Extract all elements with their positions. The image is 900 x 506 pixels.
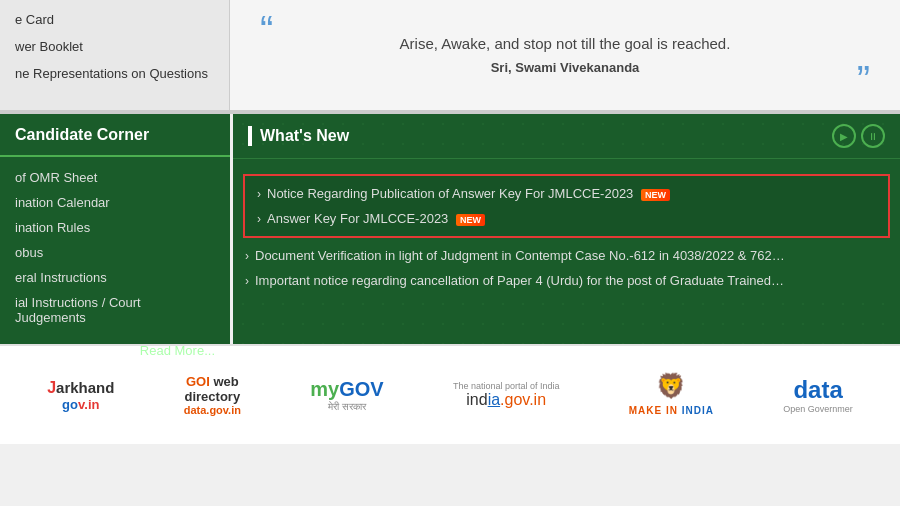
chevron-icon-1: › [257, 212, 261, 226]
candidate-corner-panel: Candidate Corner of OMR Sheet ination Ca… [0, 114, 230, 344]
play-button[interactable]: ▶ [832, 124, 856, 148]
chevron-icon-2: › [245, 249, 249, 263]
data-sub: Open Governmer [783, 404, 853, 414]
jharkhand-line1: Jarkhand [47, 379, 114, 397]
quote-text: Arise, Awake, and stop not till the goal… [400, 35, 731, 52]
data-main: data [793, 376, 842, 404]
sidebar-item-representations[interactable]: ne Representations on Questions [15, 64, 214, 83]
quote-close-icon: ” [857, 60, 870, 100]
cc-item-omr[interactable]: of OMR Sheet [0, 165, 230, 190]
goi-directory: directory [185, 389, 241, 404]
cc-item-exam-calendar[interactable]: ination Calendar [0, 190, 230, 215]
new-badge-0: NEW [641, 189, 670, 201]
mygov-main: myGOV [310, 378, 383, 401]
highlighted-news-box: › Notice Regarding Publication of Answer… [243, 174, 890, 238]
sidebar-item-answer-booklet[interactable]: wer Booklet [15, 37, 214, 56]
lion-icon: 🦁 [656, 372, 686, 400]
news-item-text-2: Document Verification in light of Judgme… [255, 248, 785, 263]
logo-jharkhand[interactable]: Jarkhand gov.in [47, 379, 114, 412]
cc-item-syllabus[interactable]: obus [0, 240, 230, 265]
title-bar-decoration [248, 126, 252, 146]
candidate-corner-items: of OMR Sheet ination Calendar ination Ru… [0, 157, 230, 338]
cc-item-exam-rules[interactable]: ination Rules [0, 215, 230, 240]
india-national: The national portal of India [453, 381, 560, 391]
news-item-1[interactable]: › Answer Key For JMLCCE-2023 NEW [245, 206, 888, 231]
news-item-2[interactable]: › Document Verification in light of Judg… [233, 243, 900, 268]
sidebar-top: e Card wer Booklet ne Representations on… [0, 0, 230, 110]
cc-read-more-link[interactable]: Read More... [0, 338, 230, 363]
cc-item-court-judgements[interactable]: ial Instructions / Court Judgements [0, 290, 230, 330]
chevron-icon-3: › [245, 274, 249, 288]
news-item-text-3: Important notice regarding cancellation … [255, 273, 785, 288]
sidebar-item-ecard[interactable]: e Card [15, 10, 214, 29]
news-item-0[interactable]: › Notice Regarding Publication of Answer… [245, 181, 888, 206]
chevron-icon-0: › [257, 187, 261, 201]
india-main: india.gov.in [466, 391, 546, 409]
news-item-3[interactable]: › Important notice regarding cancellatio… [233, 268, 900, 293]
candidate-corner-header: Candidate Corner [0, 114, 230, 157]
mygov-sub: मेरी सरकार [328, 401, 366, 413]
news-item-text-1: Answer Key For JMLCCE-2023 NEW [267, 211, 876, 226]
logo-india[interactable]: The national portal of India india.gov.i… [453, 381, 560, 409]
whats-new-label: What's New [260, 127, 349, 145]
whats-new-title: What's New [248, 126, 349, 146]
logo-data[interactable]: data Open Governmer [783, 376, 853, 414]
news-items-container: › Notice Regarding Publication of Answer… [233, 159, 900, 303]
logo-mygov[interactable]: myGOV मेरी सरकार [310, 378, 383, 413]
goi-sub: data.gov.in [184, 404, 241, 416]
whats-new-panel: What's New ▶ ⏸ › Notice Regarding Public… [233, 114, 900, 344]
quote-area: “ Arise, Awake, and stop not till the go… [230, 0, 900, 110]
news-item-text-0: Notice Regarding Publication of Answer K… [267, 186, 876, 201]
makein-text: MAKE IN INDIA [629, 400, 714, 418]
candidate-corner-title: Candidate Corner [15, 126, 149, 143]
whats-new-controls: ▶ ⏸ [832, 124, 885, 148]
main-section: Candidate Corner of OMR Sheet ination Ca… [0, 114, 900, 344]
jharkhand-line2: gov.in [62, 397, 99, 412]
top-section: e Card wer Booklet ne Representations on… [0, 0, 900, 110]
quote-author: Sri, Swami Vivekananda [491, 60, 640, 75]
cc-item-general-instructions[interactable]: eral Instructions [0, 265, 230, 290]
logo-makein[interactable]: 🦁 MAKE IN INDIA [629, 372, 714, 418]
goi-text: GOI web [186, 374, 239, 389]
new-badge-1: NEW [456, 214, 485, 226]
logo-goi[interactable]: GOI web directory data.gov.in [184, 374, 241, 416]
quote-open-icon: “ [260, 10, 273, 50]
whats-new-header: What's New ▶ ⏸ [233, 114, 900, 159]
pause-button[interactable]: ⏸ [861, 124, 885, 148]
